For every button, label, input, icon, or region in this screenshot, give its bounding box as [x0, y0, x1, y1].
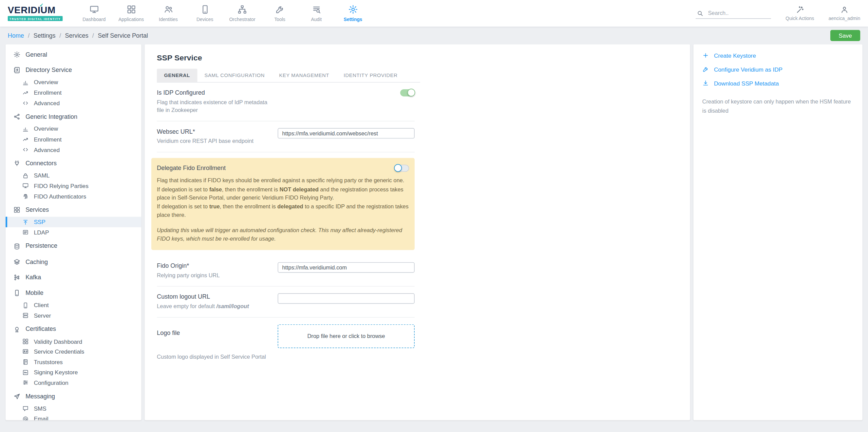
upload-icon	[22, 219, 29, 226]
grid-icon	[126, 4, 136, 14]
tab-general[interactable]: GENERAL	[157, 69, 197, 82]
sidebar-item-fido-relying-parties[interactable]: FIDO Relying Parties	[5, 181, 141, 191]
search-input[interactable]	[707, 10, 770, 17]
tab-key-management[interactable]: KEY MANAGEMENT	[272, 69, 336, 82]
nav-item-devices[interactable]: Devices	[187, 0, 223, 26]
custom-logout-url-desc: Leave empty for default /saml/logout	[157, 302, 249, 310]
breadcrumb-item-self-service-portal: Self Service Portal	[98, 32, 148, 39]
sidebar-item-service-credentials[interactable]: Service Credentials	[5, 346, 141, 357]
sidebar-item-email[interactable]: Email	[5, 414, 141, 420]
is-idp-configured-label: Is IDP Configured	[157, 89, 274, 96]
logo-file-footer: Custom logo displayed in Self Service Po…	[157, 353, 415, 359]
sidebar-item-advanced[interactable]: Advanced	[5, 98, 141, 108]
sidebar-item-label: FIDO Relying Parties	[34, 182, 89, 189]
breadcrumb-item-home[interactable]: Home	[8, 32, 24, 39]
sidebar-item-advanced[interactable]: Advanced	[5, 145, 141, 155]
save-button[interactable]: Save	[830, 30, 860, 41]
user-menu[interactable]: aencica_admin	[829, 5, 860, 21]
form-row-custom-logout-url: Custom logout URL Leave empty for defaul…	[157, 286, 415, 317]
nav-item-identities[interactable]: Identities	[150, 0, 187, 26]
is-idp-configured-toggle[interactable]	[400, 89, 414, 96]
websec-url-input[interactable]	[278, 128, 414, 138]
sidebar-item-services[interactable]: Services	[5, 203, 141, 217]
action-label: Create Keystore	[714, 52, 756, 59]
chart-icon	[22, 79, 29, 86]
custom-logout-url-input[interactable]	[278, 293, 414, 303]
plug-icon	[13, 160, 20, 167]
sidebar-item-directory-service[interactable]: Directory Service	[5, 63, 141, 77]
logo-file-dropzone[interactable]: Drop file here or click to browse	[278, 324, 414, 348]
delegate-fido-enrollment-section: Delegate Fido Enrollment Flag that indic…	[151, 158, 415, 250]
tab-saml-configuration[interactable]: SAML CONFIGURATION	[197, 69, 272, 82]
action-configure-veridium-as-idp[interactable]: Configure Veridium as IDP	[702, 66, 854, 73]
sidebar-item-general[interactable]: General	[5, 48, 141, 61]
sidebar-item-persistence[interactable]: Persistence	[5, 239, 141, 253]
wand-icon	[796, 5, 804, 14]
sidebar-item-messaging[interactable]: Messaging	[5, 390, 141, 403]
row-text: Is IDP Configured Flag that indicates ex…	[157, 89, 274, 114]
sidebar-item-generic-integration[interactable]: Generic Integration	[5, 110, 141, 124]
nav-item-label: Dashboard	[82, 17, 106, 22]
notebook-icon	[22, 359, 29, 365]
nav-item-applications[interactable]: Applications	[112, 0, 150, 26]
topnav-right: Quick Actions aencica_admin	[696, 5, 861, 21]
sidebar-item-validity-dashboard[interactable]: Validity Dashboard	[5, 336, 141, 346]
sidebar-item-signing-keystore[interactable]: Signing Keystore	[5, 367, 141, 377]
action-download-ssp-metadata[interactable]: Download SSP Metadata	[702, 80, 854, 87]
sidebar-item-saml[interactable]: SAML	[5, 170, 141, 181]
row-text: Websec URL* Veridium core REST API base …	[157, 128, 253, 145]
sidebar-item-overview[interactable]: Overview	[5, 77, 141, 88]
logo-file-label: Logo file	[157, 324, 180, 336]
sidebar-item-label: FIDO Authenticators	[34, 193, 86, 200]
settings-sidebar: GeneralDirectory ServiceOverviewEnrollme…	[5, 44, 141, 420]
delegate-desc-line: If delegation is set to false, then the …	[157, 185, 409, 202]
sidebar-item-certificates[interactable]: Certificates	[5, 322, 141, 336]
sidebar-item-mobile[interactable]: Mobile	[5, 286, 141, 300]
sidebar-item-connectors[interactable]: Connectors	[5, 156, 141, 170]
sidebar-item-server[interactable]: Server	[5, 310, 141, 320]
trend-icon	[22, 89, 29, 96]
sidebar-item-enrollment[interactable]: Enrollment	[5, 134, 141, 144]
phone-icon	[22, 302, 29, 308]
wrench-icon	[702, 66, 709, 73]
tab-identity-provider[interactable]: IDENTITY PROVIDER	[336, 69, 404, 82]
user-name-label: aencica_admin	[829, 16, 860, 21]
quick-actions-label: Quick Actions	[786, 16, 814, 21]
sidebar-item-truststores[interactable]: Truststores	[5, 357, 141, 367]
nav-item-label: Devices	[196, 17, 213, 22]
sidebar-item-fido-authenticators[interactable]: FIDO Authenticators	[5, 191, 141, 201]
delegate-fido-toggle[interactable]	[395, 165, 409, 172]
nav-item-orchestrator[interactable]: Orchestrator	[223, 0, 262, 26]
action-label: Download SSP Metadata	[714, 80, 779, 87]
action-create-keystore[interactable]: Create Keystore	[702, 52, 854, 59]
sidebar-item-client[interactable]: Client	[5, 300, 141, 310]
breadcrumb-item-settings[interactable]: Settings	[34, 32, 56, 39]
sidebar-item-label: Overview	[34, 79, 58, 86]
sidebar-item-enrollment[interactable]: Enrollment	[5, 88, 141, 98]
monitor-icon	[89, 4, 99, 14]
websec-url-label: Websec URL*	[157, 128, 253, 135]
sidebar-item-configuration[interactable]: Configuration	[5, 377, 141, 388]
sidebar-item-label: Advanced	[34, 99, 60, 107]
nav-item-settings[interactable]: Settings	[335, 0, 371, 26]
brand-logo[interactable]: VERIDIUM✓ TRUSTED DIGITAL IDENTITY	[8, 5, 62, 21]
sidebar-item-ldap[interactable]: LDAP	[5, 227, 141, 238]
text-segment: /saml/logout	[216, 303, 249, 309]
sidebar-item-label: Service Credentials	[34, 348, 84, 355]
sidebar-item-sms[interactable]: SMS	[5, 403, 141, 414]
nav-item-label: Applications	[118, 17, 144, 22]
breadcrumb-item-services[interactable]: Services	[65, 32, 88, 39]
sidebar-item-overview[interactable]: Overview	[5, 124, 141, 134]
quick-actions-button[interactable]: Quick Actions	[786, 5, 814, 21]
breadcrumb-separator: /	[59, 32, 61, 39]
row-control	[278, 128, 414, 138]
nav-item-tools[interactable]: Tools	[262, 0, 298, 26]
text-segment: true	[209, 203, 220, 209]
nav-item-label: Tools	[274, 17, 285, 22]
sidebar-item-caching[interactable]: Caching	[5, 255, 141, 269]
nav-item-dashboard[interactable]: Dashboard	[76, 0, 112, 26]
nav-item-audit[interactable]: Audit	[298, 0, 335, 26]
fido-origin-input[interactable]	[278, 262, 414, 273]
sidebar-item-kafka[interactable]: Kafka	[5, 270, 141, 284]
sidebar-item-ssp[interactable]: SSP	[5, 217, 141, 227]
